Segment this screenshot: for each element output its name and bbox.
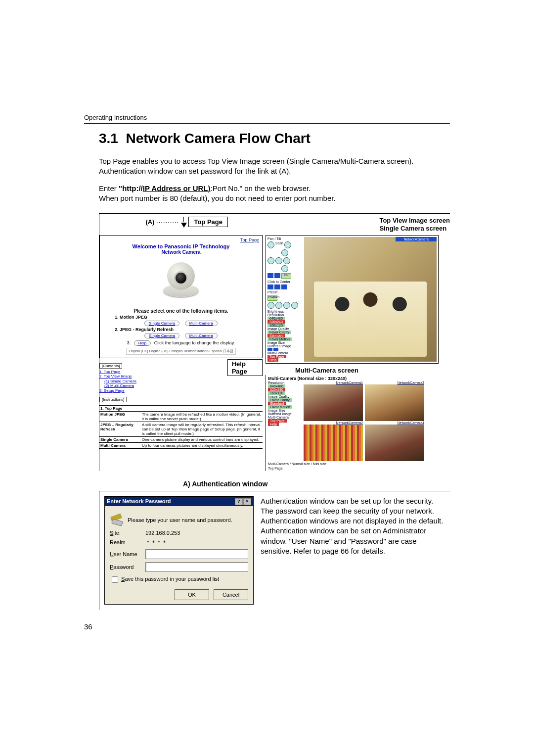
res-160[interactable]: 160x120 bbox=[267, 324, 285, 327]
site-value: 192.168.0.253 bbox=[145, 530, 248, 536]
top-view-labels: Top View Image screen Single Camera scre… bbox=[379, 217, 450, 233]
contents-link-2b[interactable]: (2) Multi-Camera bbox=[104, 383, 158, 388]
sc-scan: Scan bbox=[275, 241, 283, 248]
sc-pan-tilt: Pan / Tilt bbox=[267, 237, 302, 240]
buf-1[interactable] bbox=[267, 348, 272, 351]
res-320[interactable]: 320x240 bbox=[267, 320, 285, 324]
mc-nc4[interactable]: NetworkCamera4 bbox=[365, 421, 424, 425]
password-label: Password bbox=[110, 564, 145, 570]
auth-heading: A) Authentication window bbox=[183, 480, 450, 488]
res-640[interactable]: 640x480 bbox=[267, 317, 285, 320]
dialog-prompt: Please type your user name and password. bbox=[128, 517, 232, 523]
contents-link-3[interactable]: 3. Setup Page bbox=[99, 388, 158, 393]
enter-suffix: :Port No." on the web browser. bbox=[211, 184, 311, 192]
mc-footer-1[interactable]: Multi-Camera / Normal size / Mini size bbox=[268, 462, 439, 466]
ok-button[interactable]: OK bbox=[175, 589, 209, 600]
top-page-item-1: 1. Motion JPEG bbox=[115, 315, 259, 320]
zoom-std-icon[interactable] bbox=[274, 284, 280, 289]
label-a: (A) bbox=[145, 218, 154, 226]
flow-right-column: Pan / Tilt Scan ON Click to Center Prese… bbox=[266, 235, 439, 471]
contents-link-1[interactable]: 1. Top Page bbox=[99, 370, 158, 375]
sc-help[interactable]: Help bbox=[267, 358, 278, 362]
table-row: JPEG – Regularly RefreshA still camera i… bbox=[99, 422, 263, 437]
p2-icon[interactable] bbox=[275, 302, 282, 309]
username-field[interactable] bbox=[145, 549, 248, 559]
sc-top-page[interactable]: Top Page bbox=[267, 355, 286, 358]
top-page-mini-title[interactable]: Top Page bbox=[103, 237, 259, 242]
pan-l2-icon[interactable] bbox=[267, 257, 274, 264]
save-password-checkbox[interactable] bbox=[112, 576, 118, 583]
auth-dialog: Enter Network Password ?× Please type yo… bbox=[104, 496, 254, 605]
section-heading: Network Camera Flow Chart bbox=[126, 131, 311, 146]
home-icon[interactable] bbox=[275, 257, 282, 264]
mc-res-640[interactable]: 640x480 bbox=[268, 384, 285, 388]
pan-left-icon[interactable] bbox=[267, 241, 274, 248]
zoom-plus-icon[interactable] bbox=[281, 284, 287, 289]
language-bar[interactable]: English (UK) English (US) Français Deuts… bbox=[126, 348, 236, 355]
p3-icon[interactable] bbox=[283, 302, 290, 309]
mc-nc2[interactable]: NetworkCamera2 bbox=[304, 421, 363, 425]
mc-footer-2[interactable]: Top Page bbox=[268, 467, 439, 470]
mc-iq-standard[interactable]: Standard bbox=[268, 402, 286, 405]
top-page-item-3-num: 3. bbox=[127, 340, 131, 345]
keys-icon bbox=[110, 513, 124, 527]
contents-link-2[interactable]: 2. Top View Image bbox=[99, 374, 158, 379]
cancel-button[interactable]: Cancel bbox=[214, 589, 248, 600]
p4-icon[interactable] bbox=[291, 302, 298, 309]
mc-iq-clarity[interactable]: Favor Clarity bbox=[268, 398, 292, 402]
buf-2[interactable] bbox=[273, 348, 278, 351]
iq-clarity[interactable]: Favor Clarity bbox=[267, 331, 291, 334]
label-a-dots: ·········· bbox=[156, 218, 179, 226]
mc-res-160[interactable]: 160x120 bbox=[268, 391, 285, 395]
pill-single-1[interactable]: Single Camera bbox=[144, 321, 179, 326]
pill-multi-2[interactable]: Multi-Camera bbox=[185, 333, 218, 338]
iq-motion[interactable]: Favor Motion bbox=[267, 337, 292, 341]
preset-1-icon[interactable] bbox=[267, 273, 273, 278]
mc-help[interactable]: Help bbox=[268, 423, 279, 426]
help-icon[interactable]: ? bbox=[235, 498, 243, 505]
top-page-label: Top Page bbox=[188, 217, 228, 227]
enter-line2: When port number is 80 (default), you do… bbox=[99, 194, 336, 202]
close-icon[interactable]: × bbox=[243, 498, 251, 505]
mc-res-320[interactable]: 320x240 bbox=[268, 388, 285, 391]
mc-top[interactable]: Top Page bbox=[268, 419, 287, 423]
table-row: Single CameraOne camera picture display … bbox=[99, 437, 263, 443]
pan-r2-icon[interactable] bbox=[283, 257, 290, 264]
mc-title: Multi-Camera (Normal size : 320x240) bbox=[268, 376, 439, 381]
pill-help[interactable]: Help bbox=[134, 340, 151, 346]
single-camera-card: Pan / Tilt Scan ON Click to Center Prese… bbox=[266, 235, 439, 364]
welcome-line: Welcome to Panasonic IP Technology bbox=[103, 243, 259, 249]
help-page-label: Help Page bbox=[227, 359, 263, 376]
pill-single-2[interactable]: Single Camera bbox=[144, 333, 179, 338]
preset-2-icon[interactable] bbox=[274, 273, 280, 278]
preset-on-icon[interactable]: ON bbox=[281, 273, 291, 279]
welcome-sub: Network Camera bbox=[103, 249, 259, 255]
mc-iq-motion[interactable]: Favor Motion bbox=[268, 405, 292, 409]
p1-icon[interactable] bbox=[267, 302, 274, 309]
zoom-minus-icon[interactable] bbox=[267, 284, 273, 289]
mc-thumb-3 bbox=[365, 384, 424, 421]
camera-lens-icon bbox=[174, 271, 188, 285]
sc-buffered: Buffered Image bbox=[267, 344, 302, 348]
mc-nc1[interactable]: NetworkCamera1 bbox=[304, 381, 363, 384]
dialog-title-text: Enter Network Password bbox=[107, 498, 171, 504]
program-btn[interactable]: Program bbox=[267, 295, 277, 301]
help-contents: [Contents] 1. Top Page 2. Top View Image… bbox=[99, 363, 158, 393]
table-row: 1. Top Page bbox=[99, 406, 263, 412]
mc-nc3[interactable]: NetworkCamera3 bbox=[365, 381, 424, 384]
pan-right-icon[interactable] bbox=[284, 241, 291, 248]
tilt-up-icon[interactable] bbox=[281, 249, 288, 256]
tilt-down-icon[interactable] bbox=[281, 265, 288, 272]
save-password-row[interactable]: Save this password in your password list bbox=[110, 575, 248, 584]
contents-link-2a[interactable]: (1) Single Camera bbox=[104, 379, 158, 384]
sc-multi: Multi-Camera bbox=[267, 351, 302, 355]
intro-paragraph: Top Page enables you to access Top View … bbox=[99, 156, 450, 177]
password-field[interactable] bbox=[145, 562, 248, 572]
enter-instructions: Enter "http://IP Address or URL):Port No… bbox=[99, 184, 450, 204]
table-row: Motion JPEGThe camera image will be refr… bbox=[99, 412, 263, 422]
running-head: Operating Instructions bbox=[84, 114, 450, 124]
iq-standard[interactable]: Standard bbox=[267, 334, 285, 337]
sc-resolution: Resolution bbox=[267, 313, 302, 317]
pill-multi-1[interactable]: Multi-Camera bbox=[185, 321, 218, 326]
language-note: Click the language to change the display… bbox=[154, 340, 235, 345]
